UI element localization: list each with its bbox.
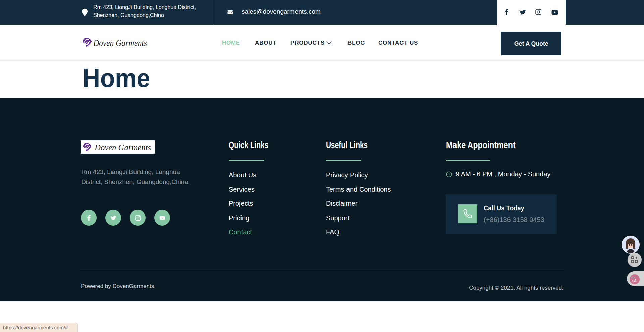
svg-text:A: A (634, 279, 637, 283)
svg-text:Doven Garments: Doven Garments (94, 143, 151, 152)
